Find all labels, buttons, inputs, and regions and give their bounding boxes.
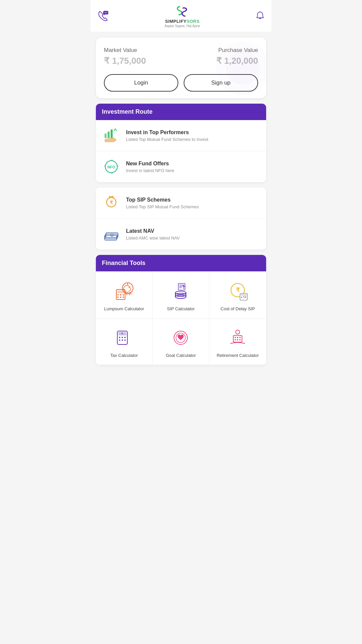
sip-calculator-item[interactable]: SIP Calculator: [153, 272, 209, 319]
financial-tools-section: Financial Tools: [96, 255, 266, 365]
latest-nav-subtitle: Listed AMC wise latest NAV: [126, 235, 180, 240]
goal-calculator-icon: [169, 326, 192, 350]
top-sip-item[interactable]: ₹ Top SIP Schemes Listed Top SIP Mutual …: [96, 187, 266, 219]
svg-text:₹: ₹: [236, 287, 240, 293]
svg-point-24: [117, 297, 119, 298]
svg-text:NFO: NFO: [107, 165, 115, 169]
svg-point-1: [104, 12, 105, 13]
svg-point-29: [129, 287, 130, 288]
svg-line-32: [129, 293, 129, 295]
svg-point-66: [237, 337, 238, 338]
financial-tools-title: Financial Tools: [102, 260, 145, 266]
lumpsum-calculator-label: Lumpsum Calculator: [104, 306, 144, 312]
svg-point-65: [235, 337, 236, 338]
market-value-card: Market Value ₹ 1,75,000 Purchase Value ₹…: [96, 38, 266, 98]
svg-point-23: [123, 294, 124, 296]
tools-grid: Lumpsum Calculator: [96, 271, 266, 365]
svg-rect-9: [111, 129, 113, 138]
svg-point-58: [119, 339, 120, 341]
svg-point-4: [260, 11, 261, 12]
top-performers-item[interactable]: Invest in Top Performers Listed Top Mutu…: [96, 120, 266, 151]
svg-point-59: [122, 339, 123, 341]
svg-point-2: [105, 12, 106, 13]
nfo-subtitle: Invest in latest NFO here: [126, 168, 174, 173]
investment-route-header: Investment Route: [96, 104, 266, 120]
svg-text:₹: ₹: [110, 200, 113, 205]
nfo-title: New Fund Offers: [126, 161, 174, 167]
svg-point-70: [239, 339, 241, 340]
tax-calculator-item[interactable]: ₹ Tax Calculator: [96, 319, 153, 365]
svg-rect-39: [178, 283, 185, 290]
cost-of-delay-sip-item[interactable]: ₹ Cost of Delay SIP: [209, 272, 266, 319]
cost-of-delay-sip-label: Cost of Delay SIP: [221, 306, 255, 312]
top-sip-title: Top SIP Schemes: [126, 197, 199, 203]
svg-point-21: [117, 294, 119, 296]
retirement-calculator-item[interactable]: Retirement Calculator: [209, 319, 266, 365]
svg-point-3: [106, 12, 107, 13]
svg-point-71: [236, 330, 240, 334]
svg-point-60: [124, 339, 126, 341]
top-performers-title: Invest in Top Performers: [126, 129, 208, 136]
logo-tagline: Aapke Sapne, Hai Apne: [165, 24, 200, 28]
lumpsum-calculator-icon: [112, 279, 136, 303]
svg-point-25: [120, 297, 121, 298]
lumpsum-calculator-item[interactable]: Lumpsum Calculator: [96, 272, 153, 319]
svg-rect-8: [108, 131, 110, 138]
svg-point-22: [120, 294, 121, 296]
market-value-amount: ₹ 1,75,000: [104, 56, 146, 66]
cost-of-delay-sip-icon: ₹: [226, 279, 249, 303]
goal-calculator-label: Goal Calculator: [166, 353, 196, 359]
svg-point-55: [119, 337, 120, 338]
latest-nav-icon: $: [102, 225, 121, 244]
svg-point-57: [124, 337, 126, 338]
sip-calculator-icon: [169, 279, 192, 303]
svg-point-6: [226, 51, 259, 85]
svg-point-67: [239, 337, 241, 338]
sip-schemes-icon: ₹: [102, 194, 121, 212]
latest-nav-title: Latest NAV: [126, 228, 180, 234]
retirement-calculator-icon: [226, 326, 249, 350]
svg-point-56: [122, 337, 123, 338]
svg-point-68: [235, 339, 236, 340]
retirement-calculator-label: Retirement Calculator: [217, 353, 259, 359]
top-sip-subtitle: Listed Top SIP Mutual Fund Schemes: [126, 204, 199, 209]
tax-calculator-label: Tax Calculator: [110, 353, 138, 359]
svg-line-31: [127, 293, 127, 295]
market-value-label: Market Value: [104, 47, 146, 54]
svg-rect-64: [233, 335, 242, 342]
investment-route-title: Investment Route: [102, 108, 153, 115]
notification-bell-icon[interactable]: [255, 11, 265, 21]
svg-text:$: $: [112, 234, 113, 236]
phone-chat-icon[interactable]: [97, 9, 109, 23]
login-button[interactable]: Login: [104, 74, 178, 92]
app-header: SIMPLIFYSORS Aapke Sapne, Hai Apne: [90, 0, 272, 32]
svg-point-26: [123, 297, 124, 298]
latest-nav-item[interactable]: $ Latest NAV Listed AMC wise latest NAV: [96, 219, 266, 250]
tax-calculator-icon: ₹: [112, 326, 136, 350]
nfo-item[interactable]: NFO New Fund Offers Invest in latest NFO…: [96, 151, 266, 182]
sip-calculator-label: SIP Calculator: [167, 306, 195, 312]
svg-rect-46: [241, 294, 247, 296]
goal-calculator-item[interactable]: Goal Calculator: [153, 319, 209, 365]
financial-tools-header: Financial Tools: [96, 255, 266, 271]
svg-point-69: [237, 339, 238, 340]
investment-route-section: Investment Route Invest in Top Performer: [96, 104, 266, 182]
top-performers-icon: [102, 126, 121, 145]
app-logo: SIMPLIFYSORS Aapke Sapne, Hai Apne: [165, 4, 200, 28]
svg-rect-7: [105, 133, 107, 138]
sip-nav-section: ₹ Top SIP Schemes Listed Top SIP Mutual …: [96, 187, 266, 250]
top-performers-subtitle: Listed Top Mutual Fund Schemes to Invest: [126, 137, 208, 142]
nfo-icon: NFO: [102, 157, 121, 176]
